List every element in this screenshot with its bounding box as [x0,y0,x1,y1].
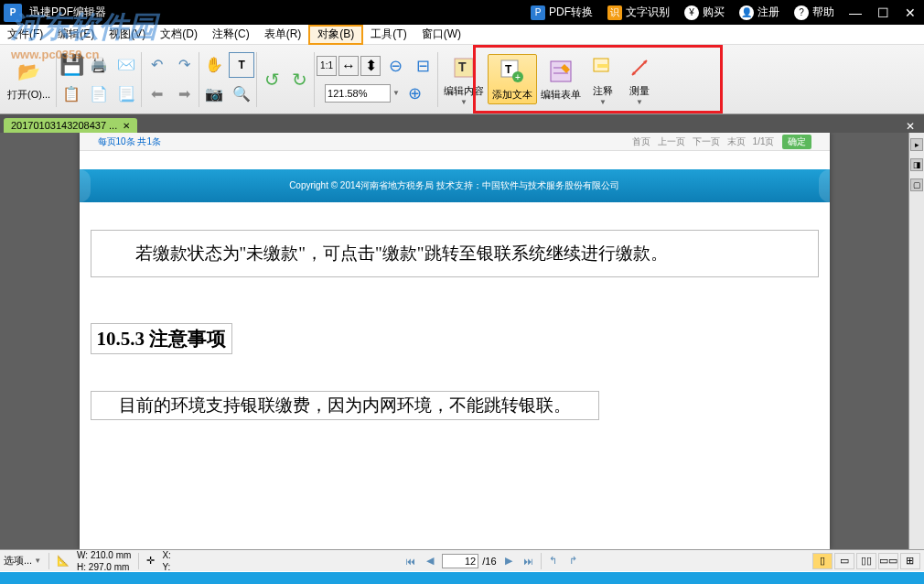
document-scroll[interactable]: 每页10条 共1条 首页 上一页 下一页 末页 1/1页 确定 Copyrigh… [0,133,908,549]
first-page-button[interactable]: ⏮ [402,553,418,569]
zoom-marquee-icon[interactable]: ⊟ [410,53,435,79]
svg-text:T: T [458,59,467,74]
buy-button[interactable]: ¥ 购买 [677,0,732,25]
pdf-convert-button[interactable]: P PDF转换 [523,0,600,25]
single-page-view[interactable]: ▯ [812,553,833,569]
two-page-view[interactable]: ▯▯ [856,553,876,569]
print-icon[interactable]: 🖨️ [86,52,112,78]
zoom-in-icon[interactable]: ⊕ [402,81,427,106]
fit-page-icon[interactable]: ⬍ [360,56,381,76]
actual-size-icon[interactable]: 1:1 [317,56,337,76]
redo-icon[interactable]: ↷ [171,52,197,78]
camera-icon[interactable]: 📷 [201,81,227,107]
edit-form-icon [546,57,575,86]
hand-icon[interactable]: ✋ [201,52,227,78]
continuous-view[interactable]: ▭ [834,553,854,569]
annotate-button[interactable]: 注释 ▼ [585,51,621,108]
add-text-icon: T+ [498,57,527,86]
page-number-input[interactable] [442,554,478,568]
open-button[interactable]: 📂 打开(O)... [4,55,54,103]
next-view-button[interactable]: ↱ [565,553,582,569]
cursor-x: X: [162,550,170,560]
zoom-out-icon[interactable]: ⊖ [382,53,408,79]
search-icon[interactable]: 🔍 [229,81,254,107]
menu-object[interactable]: 对象(B) [308,25,363,45]
text-select-icon[interactable]: T [229,52,254,78]
pdf-icon: P [531,5,545,20]
toolbar: 📂 打开(O)... 💾 🖨️ ✉️ 📋 📄 📃 ↶ ↷ ⬅ ➡ ✋ T [0,45,924,114]
paragraph-1[interactable]: 若缴款状态为"未缴款"，可点击"缴款"跳转至银联系统继续进行缴款。 [91,230,819,277]
back-icon[interactable]: ⬅ [144,81,169,107]
app-icon: P [4,4,22,22]
minimize-button[interactable]: — [842,0,869,25]
yen-icon: ¥ [684,5,699,20]
section-heading[interactable]: 10.5.3 注意事项 [91,323,233,354]
menu-window[interactable]: 窗口(W) [414,25,468,45]
rotate-left-icon[interactable]: ↺ [259,67,285,92]
sidebar-btn-1[interactable]: ◨ [910,158,923,171]
fit-width-icon[interactable]: ↔ [338,56,359,76]
prev-view-button[interactable]: ↰ [545,553,562,569]
document-area: 每页10条 共1条 首页 上一页 下一页 末页 1/1页 确定 Copyrigh… [0,133,924,549]
maximize-button[interactable]: ☐ [869,0,897,25]
document-tab[interactable]: 20170103143208437 ... ✕ [4,118,137,133]
sidebar-collapse[interactable]: ▸ [910,138,923,151]
copy-icon[interactable]: 📋 [59,81,84,107]
page-footer: Copyright © 2014河南省地方税务局 技术支持：中国软件与技术服务股… [80,169,830,202]
continuous-two-view[interactable]: ▭▭ [878,553,898,569]
page-size-icon: 📐 [57,555,70,567]
folder-icon: 📂 [15,57,44,86]
page-total: /16 [482,556,496,567]
document-icon[interactable]: 📄 [86,81,112,107]
chevron-down-icon: ▼ [460,98,467,106]
menu-file[interactable]: 文件(F) [0,25,50,45]
close-all-tabs[interactable]: ✕ [900,120,920,133]
page-width: W: 210.0 mm [77,550,131,560]
chevron-down-icon: ▼ [636,98,643,106]
document-page: 每页10条 共1条 首页 上一页 下一页 末页 1/1页 确定 Copyrigh… [80,133,830,549]
sidebar-btn-2[interactable]: ▢ [910,178,923,191]
undo-icon[interactable]: ↶ [144,52,169,78]
menu-comment[interactable]: 注释(C) [205,25,257,45]
forward-icon[interactable]: ➡ [171,81,197,107]
add-text-button[interactable]: T+ 添加文本 [488,54,537,104]
page-icon[interactable]: 📃 [113,81,139,107]
last-page-button[interactable]: ⏭ [521,553,537,569]
svg-text:+: + [515,72,521,82]
menu-form[interactable]: 表单(R) [257,25,309,45]
page-height: H: 297.0 mm [77,562,129,572]
paragraph-2[interactable]: 目前的环境支持银联缴费，因为内网环境，不能跳转银联。 [91,391,599,420]
ocr-icon: 识 [607,5,622,20]
zoom-dropdown[interactable]: ▼ [392,89,400,97]
menu-tools[interactable]: 工具(T) [363,25,414,45]
rotate-right-icon[interactable]: ↻ [286,67,312,92]
edit-form-button[interactable]: 编辑表单 [537,55,585,103]
zoom-input[interactable] [325,84,391,103]
edit-content-button[interactable]: T 编辑内容 ▼ [440,51,488,108]
question-icon: ? [794,5,809,20]
menu-edit[interactable]: 编辑(E) [50,25,102,45]
bottom-accent [0,572,924,584]
email-icon[interactable]: ✉️ [113,52,139,78]
next-page-button[interactable]: ▶ [500,553,517,569]
measure-button[interactable]: 测量 ▼ [621,51,658,108]
annotate-icon [588,53,618,82]
status-bar: 选项... ▼ 📐 W: 210.0 mm H: 297.0 mm ✛ X: Y… [0,549,924,571]
cursor-icon: ✛ [146,555,155,567]
options-button[interactable]: 选项... ▼ [4,554,41,568]
svg-rect-10 [597,64,608,68]
menu-view[interactable]: 视图(V) [102,25,153,45]
prev-page-button[interactable]: ◀ [422,553,438,569]
thumbnail-view[interactable]: ⊞ [900,553,920,569]
page-navigation: ⏮ ◀ /16 ▶ ⏭ ↰ ↱ [402,553,581,569]
menu-document[interactable]: 文档(D) [153,25,205,45]
edit-content-icon: T [449,53,478,82]
app-title: 迅捷PDF编辑器 [29,5,106,20]
save-icon[interactable]: 💾 [59,52,84,78]
register-button[interactable]: 👤 注册 [732,0,787,25]
close-tab-icon[interactable]: ✕ [123,121,130,131]
ocr-button[interactable]: 识 文字识别 [600,0,677,25]
help-button[interactable]: ? 帮助 [787,0,842,25]
measure-icon [625,53,654,82]
close-button[interactable]: ✕ [897,0,924,25]
